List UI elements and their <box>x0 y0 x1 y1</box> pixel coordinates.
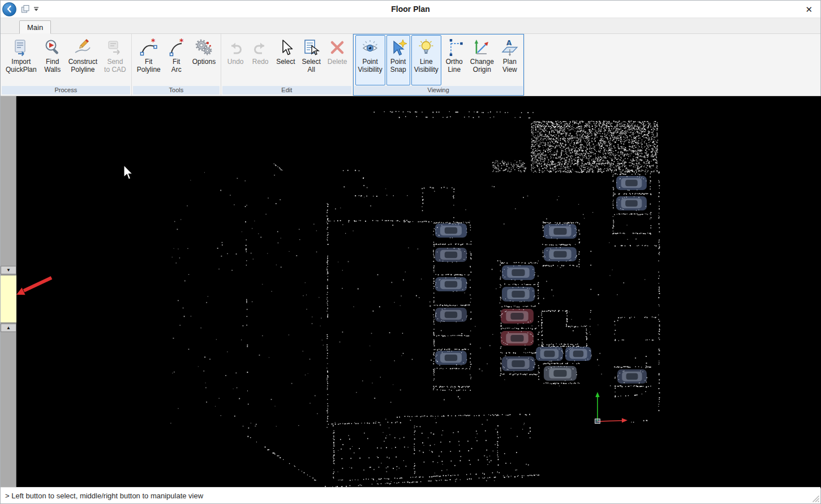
fit-arc-button[interactable]: *FitArc <box>165 35 188 85</box>
pages-icon[interactable] <box>21 5 30 14</box>
ortho-line-icon <box>445 38 463 57</box>
application-window: Floor Plan ✕ Main ImportQuickPlanFindWal… <box>0 0 821 504</box>
plan-view-icon: A <box>501 38 519 57</box>
redo-label: Redo <box>252 58 269 66</box>
fit-arc-label: FitArc <box>171 58 182 74</box>
group-label-process: Process <box>2 86 130 94</box>
select-all-button[interactable]: SelectAll <box>299 35 324 85</box>
tab-strip: Main <box>1 18 820 34</box>
viewport: ▼ ▲ <box>1 96 820 488</box>
floorplan-canvas[interactable] <box>16 96 821 488</box>
status-message: > Left button to select, middle/right bu… <box>5 492 203 500</box>
point-snap-button[interactable]: PointSnap <box>386 35 410 85</box>
change-origin-label: ChangeOrigin <box>470 58 494 74</box>
ortho-line-label: OrthoLine <box>446 58 463 74</box>
plan-view-label: PlanView <box>502 58 517 74</box>
group-label-edit: Edit <box>222 86 351 94</box>
resize-grip-icon[interactable] <box>812 495 819 502</box>
tab-main[interactable]: Main <box>19 20 51 34</box>
select-icon <box>277 38 295 57</box>
quick-access-toolbar <box>21 5 39 14</box>
svg-text:*: * <box>179 38 184 46</box>
elevation-top-arrow-button[interactable]: ▼ <box>1 266 16 274</box>
undo-label: Undo <box>227 58 244 66</box>
line-visibility-icon <box>417 38 435 57</box>
options-label: Options <box>192 58 216 66</box>
svg-text:*: * <box>151 38 156 46</box>
select-all-icon <box>302 38 320 57</box>
delete-icon <box>328 38 346 57</box>
select-button[interactable]: Select <box>273 35 298 85</box>
point-visibility-icon <box>361 38 379 57</box>
titlebar: Floor Plan ✕ <box>1 1 820 18</box>
point-snap-label: PointSnap <box>390 58 406 74</box>
select-label: Select <box>276 58 295 66</box>
redo-icon <box>251 38 269 57</box>
fit-arc-icon: * <box>167 38 186 57</box>
ribbon-group-process: ImportQuickPlanFindWallsConstructPolylin… <box>1 34 132 96</box>
line-visibility-button[interactable]: LineVisibility <box>411 35 441 85</box>
redo-button: Redo <box>248 35 272 85</box>
point-visibility-button[interactable]: PointVisibility <box>355 35 385 85</box>
delete-button: Delete <box>325 35 350 85</box>
elevation-slider: ▼ ▲ <box>1 96 16 488</box>
close-button[interactable]: ✕ <box>805 5 813 14</box>
change-origin-icon <box>473 38 491 57</box>
elevation-bottom-arrow-button[interactable]: ▲ <box>1 324 16 332</box>
elevation-range-highlight[interactable] <box>1 275 16 323</box>
find-walls-icon <box>44 38 62 57</box>
ribbon-group-edit: UndoRedoSelectSelectAllDeleteEdit <box>221 34 353 96</box>
fit-polyline-button[interactable]: *FitPolyline <box>134 35 164 85</box>
point-visibility-label: PointVisibility <box>358 58 382 74</box>
send-to-cad-label: Sendto CAD <box>104 58 126 74</box>
customize-caret-icon[interactable] <box>33 7 39 12</box>
construct-polyline-icon <box>74 38 92 57</box>
back-chevron-icon <box>5 5 14 14</box>
plan-view-button[interactable]: APlanView <box>498 35 522 85</box>
change-origin-button[interactable]: ChangeOrigin <box>467 35 497 85</box>
ribbon-group-viewing: PointVisibilityPointSnapLineVisibilityOr… <box>353 34 525 96</box>
line-visibility-label: LineVisibility <box>414 58 439 74</box>
find-walls-label: FindWalls <box>44 58 61 74</box>
group-label-tools: Tools <box>133 86 220 94</box>
undo-icon <box>226 38 244 57</box>
options-icon <box>195 38 213 57</box>
point-snap-icon <box>389 38 407 57</box>
statusbar: > Left button to select, middle/right bu… <box>1 487 820 503</box>
undo-button: Undo <box>223 35 247 85</box>
group-label-viewing: Viewing <box>354 86 523 94</box>
send-to-cad-icon <box>106 38 124 57</box>
fit-polyline-label: FitPolyline <box>137 58 161 74</box>
svg-text:A: A <box>506 39 512 47</box>
options-button[interactable]: Options <box>190 35 218 85</box>
fit-polyline-icon: * <box>140 38 158 57</box>
send-to-cad-button: Sendto CAD <box>101 35 129 85</box>
ribbon-group-tools: *FitPolyline*FitArcOptionsTools <box>132 34 221 96</box>
construct-polyline-button[interactable]: ConstructPolyline <box>66 35 100 85</box>
find-walls-button[interactable]: FindWalls <box>41 35 65 85</box>
window-title: Floor Plan <box>1 5 820 14</box>
import-icon <box>12 38 30 57</box>
construct-polyline-label: ConstructPolyline <box>68 58 97 74</box>
import-quickplan-button[interactable]: ImportQuickPlan <box>3 35 40 85</box>
select-all-label: SelectAll <box>302 58 321 74</box>
import-quickplan-label: ImportQuickPlan <box>6 58 37 74</box>
ribbon: ImportQuickPlanFindWallsConstructPolylin… <box>1 34 820 96</box>
delete-label: Delete <box>328 58 347 66</box>
ortho-line-button[interactable]: OrthoLine <box>442 35 466 85</box>
back-button[interactable] <box>2 2 16 16</box>
